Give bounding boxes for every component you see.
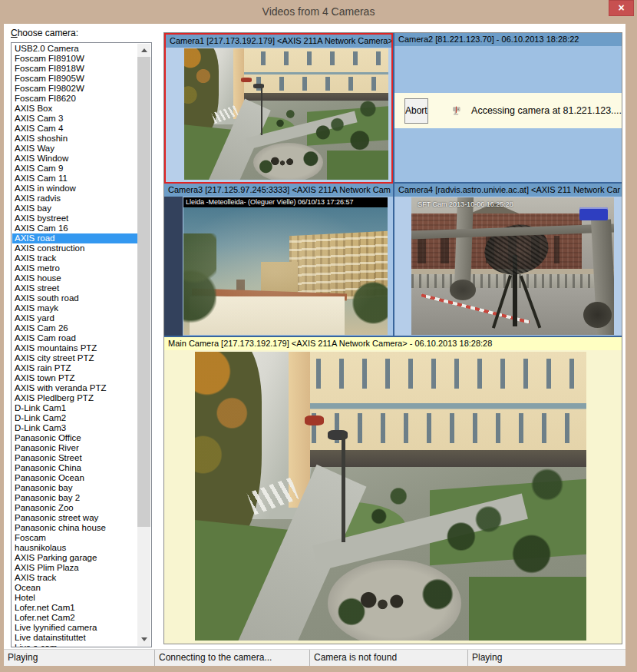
camera-list-item[interactable]: AXIS town PTZ: [12, 373, 137, 383]
camera-list-item[interactable]: Panasonic bay 2: [12, 493, 137, 503]
camera-list-item[interactable]: Live datainstituttet: [12, 633, 137, 643]
camera3-panel[interactable]: Camera3 [217.125.97.245:3333] <AXIS 211A…: [164, 184, 393, 337]
camera-list-item[interactable]: hausnikolaus: [12, 543, 137, 553]
camera-list-item[interactable]: Ocean: [12, 583, 137, 593]
camera-list-item[interactable]: AXIS with veranda PTZ: [12, 383, 137, 393]
camera-list-item[interactable]: Foscam FI8918W: [12, 64, 137, 74]
camera-list-item[interactable]: D-Link Cam3: [12, 423, 137, 433]
camera1-video-frame[interactable]: [184, 48, 388, 180]
camera2-panel[interactable]: Camera2 [81.221.123.70] - 06.10.2013 18:…: [393, 33, 622, 184]
title-bar[interactable]: Videos from 4 Cameras ×: [0, 0, 637, 24]
status-panel: Playing: [4, 650, 155, 666]
camera-list-item[interactable]: AXIS shoshin: [12, 134, 137, 144]
camera-list-item[interactable]: AXIS bystreet: [12, 214, 137, 223]
camera-list-scrollbar[interactable]: [137, 44, 150, 646]
camera1-header: Camera1 [217.173.192.179] <AXIS 211A Net…: [166, 35, 391, 48]
camera-list-item[interactable]: Panasonic street way: [12, 513, 137, 523]
chevron-down-icon: [141, 637, 147, 641]
camera-list-item[interactable]: AXIS mayk: [12, 303, 137, 313]
camera-list-item[interactable]: Panasonic Street: [12, 453, 137, 463]
camera-grid-row2: Camera3 [217.125.97.245:3333] <AXIS 211A…: [164, 184, 622, 337]
camera-list-item[interactable]: AXIS city street PTZ: [12, 353, 137, 363]
camera-list-item[interactable]: AXIS Cam 4: [12, 124, 137, 134]
camera-list-item[interactable]: AXIS road: [12, 233, 137, 243]
camera-list-item[interactable]: AXIS south road: [12, 293, 137, 303]
camera-list-item[interactable]: AXIS Cam 11: [12, 174, 137, 184]
camera4-view[interactable]: SFT Cam 2013-10-06 16:25:28: [394, 197, 622, 336]
camera-list-item[interactable]: AXIS Cam 3: [12, 114, 137, 124]
camera-list-item[interactable]: Hotel: [12, 593, 137, 603]
camera-list-item[interactable]: Live s-cam: [12, 643, 137, 647]
camera-list-item[interactable]: AXIS Cam 16: [12, 223, 137, 233]
camera-list-item[interactable]: Panasonic Office: [12, 433, 137, 443]
camera4-header: Camera4 [radvis.astro.univie.ac.at] <AXI…: [394, 184, 622, 197]
window-title: Videos from 4 Cameras: [0, 0, 637, 24]
status-panel: Connecting to the camera...: [155, 650, 310, 666]
camera1-panel[interactable]: Camera1 [217.173.192.179] <AXIS 211A Net…: [164, 33, 393, 184]
scroll-down-button[interactable]: [137, 633, 150, 646]
camera-list-item[interactable]: AXIS metro: [12, 263, 137, 273]
main-camera-view[interactable]: [164, 350, 622, 644]
camera-grid-row1: Camera1 [217.173.192.179] <AXIS 211A Net…: [164, 33, 622, 184]
camera-list-item[interactable]: AXIS track: [12, 253, 137, 263]
scene-logo-badge: [579, 207, 608, 221]
camera-list-item[interactable]: Foscam FI9802W: [12, 84, 137, 94]
camera3-header: Camera3 [217.125.97.245:3333] <AXIS 211A…: [164, 184, 393, 197]
camera-list-item[interactable]: Live lyynified camera: [12, 623, 137, 633]
abort-button[interactable]: Abort: [404, 98, 428, 124]
main-camera-panel[interactable]: Main Camera [217.173.192.179] <AXIS 211A…: [164, 337, 622, 644]
camera-list-item[interactable]: USB2.0 Camera: [12, 44, 137, 54]
camera3-video-frame[interactable]: Lleida -Meteolleida- (Oleguer Vielle) 06…: [183, 197, 388, 335]
camera-list-item[interactable]: Panasonic Ocean: [12, 473, 137, 483]
status-bar: PlayingConnecting to the camera...Camera…: [4, 649, 625, 666]
camera-list-item[interactable]: AXIS radvis: [12, 194, 137, 204]
main-camera-video-frame[interactable]: [195, 352, 586, 641]
choose-camera-label: Choose camera:: [11, 28, 78, 38]
camera-list-item[interactable]: AXIS Box: [12, 104, 137, 114]
camera-list-item[interactable]: AXIS rain PTZ: [12, 363, 137, 373]
camera-list-item[interactable]: AXIS Pledlberg PTZ: [12, 393, 137, 403]
camera-list-item[interactable]: Panasonic Zoo: [12, 503, 137, 513]
dialog-client: Choose camera: USB2.0 CameraFoscam FI891…: [4, 24, 625, 666]
camera3-overlay-text: Lleida -Meteolleida- (Oleguer Vielle) 06…: [183, 197, 388, 207]
camera-list-item[interactable]: D-Link Cam2: [12, 413, 137, 423]
camera-list-item[interactable]: Lofer.net Cam1: [12, 603, 137, 613]
camera-list-item[interactable]: AXIS Cam 26: [12, 323, 137, 333]
camera-list-item[interactable]: Foscam FI8620: [12, 94, 137, 104]
camera2-header: Camera2 [81.221.123.70] - 06.10.2013 18:…: [394, 33, 622, 46]
camera-list-item[interactable]: AXIS track: [12, 573, 137, 583]
camera2-view: Abort Accessing camera at 81.221.123....: [394, 46, 622, 182]
camera-list-item[interactable]: Panasonic china house: [12, 523, 137, 533]
scroll-up-button[interactable]: [137, 44, 150, 57]
camera4-panel[interactable]: Camera4 [radvis.astro.univie.ac.at] <AXI…: [393, 184, 622, 337]
camera-list-item[interactable]: Panasonic China: [12, 463, 137, 473]
camera-list-item[interactable]: AXIS Cam road: [12, 333, 137, 343]
chevron-up-icon: [141, 48, 147, 52]
camera-list-item[interactable]: Foscam FI8910W: [12, 54, 137, 64]
close-button[interactable]: ×: [609, 0, 634, 16]
camera-list[interactable]: USB2.0 CameraFoscam FI8910WFoscam FI8918…: [11, 42, 152, 647]
camera-list-item[interactable]: Lofer.net Cam2: [12, 613, 137, 623]
camera4-video-frame[interactable]: SFT Cam 2013-10-06 16:25:28: [411, 197, 614, 335]
camera-list-item[interactable]: AXIS in window: [12, 184, 137, 194]
camera-list-item[interactable]: Foscam FI8905W: [12, 74, 137, 84]
camera-list-item[interactable]: AXIS Plim Plaza: [12, 563, 137, 573]
camera-list-item[interactable]: AXIS Cam 9: [12, 164, 137, 174]
camera-list-item[interactable]: Panasonic bay: [12, 483, 137, 493]
camera-list-item[interactable]: AXIS street: [12, 283, 137, 293]
camera-list-item[interactable]: AXIS house: [12, 273, 137, 283]
camera-list-item[interactable]: AXIS yard: [12, 313, 137, 323]
camera-list-item[interactable]: AXIS construction: [12, 243, 137, 253]
camera-list-item[interactable]: AXIS mountains PTZ: [12, 343, 137, 353]
camera-list-item[interactable]: AXIS Window: [12, 154, 137, 164]
camera3-view[interactable]: Lleida -Meteolleida- (Oleguer Vielle) 06…: [164, 197, 393, 336]
camera-list-item[interactable]: Panasonic River: [12, 443, 137, 453]
camera-list-item[interactable]: Foscam: [12, 533, 137, 543]
camera2-status-text: Accessing camera at 81.221.123....: [471, 105, 622, 116]
camera-list-item[interactable]: AXIS Parking garage: [12, 553, 137, 563]
camera-list-item[interactable]: AXIS Way: [12, 144, 137, 154]
scrollbar-thumb[interactable]: [137, 57, 150, 527]
camera-list-item[interactable]: D-Link Cam1: [12, 403, 137, 413]
camera-list-item[interactable]: AXIS bay: [12, 204, 137, 214]
camera1-view[interactable]: [166, 48, 391, 182]
